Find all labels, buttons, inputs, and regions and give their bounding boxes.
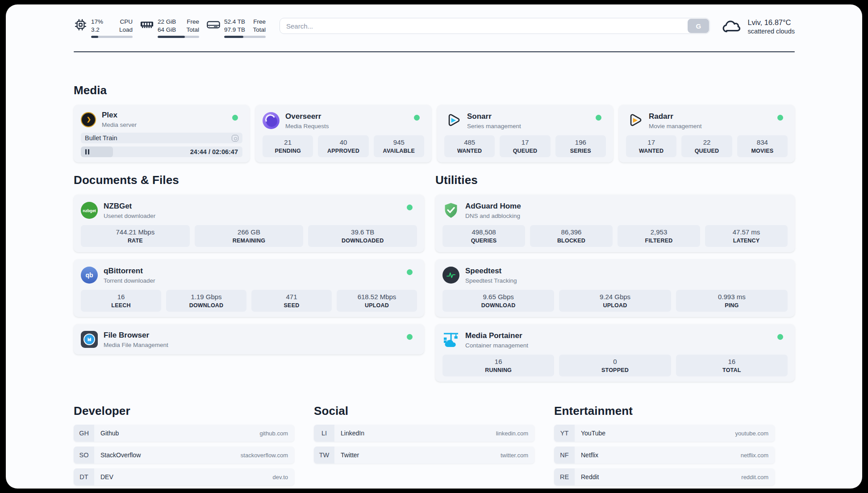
now-playing-title: Bullet Train: [85, 134, 232, 142]
section-title-utilities: Utilities: [435, 172, 795, 188]
playback-progress: 24:44 / 02:06:47: [81, 146, 242, 157]
bookmark-abbr: TW: [314, 447, 334, 464]
qbittorrent-icon-text: qb: [85, 272, 93, 279]
overseerr-icon: [263, 112, 280, 129]
stat-label: QUERIES: [444, 237, 523, 244]
stat-box: 266 GB REMAINING: [195, 225, 304, 247]
stat-value: 9.65 Gbps: [444, 292, 552, 301]
stat-box: 744.21 Mbps RATE: [81, 225, 190, 247]
stat-label: LEECH: [83, 302, 159, 309]
card-filebrowser[interactable]: File Browser Media File Management: [74, 324, 424, 355]
stat-label: PING: [678, 302, 786, 309]
dashboard-panel: 17% 3.2 CPU Load: [6, 4, 862, 489]
pause-button[interactable]: [85, 149, 89, 155]
bookmark-row-twitter[interactable]: TW Twitter twitter.com: [314, 447, 534, 464]
stat-value: 2,953: [619, 228, 698, 236]
qbittorrent-icon: qb: [81, 267, 98, 284]
service-subtitle: Torrent downloader: [104, 277, 155, 284]
stat-label: SERIES: [557, 147, 604, 155]
card-portainer[interactable]: Media Portainer Container management 16 …: [435, 324, 795, 382]
stat-box: 16 LEECH: [81, 290, 161, 312]
card-radarr[interactable]: Radarr Movie management 17 WANTED 22 QUE…: [619, 105, 795, 163]
stat-label: RATE: [83, 237, 188, 244]
service-subtitle: Usenet downloader: [104, 212, 155, 220]
bookmark-group-developer: Developer GH Github github.com SO StackO…: [74, 403, 294, 485]
card-adguard[interactable]: AdGuard Home DNS and adblocking 498,508 …: [435, 195, 795, 252]
stat-box: 9.24 Gbps UPLOAD: [559, 290, 671, 312]
stat-label: TOTAL: [678, 367, 786, 374]
bookmark-name: DEV: [100, 473, 113, 480]
bookmark-row-stackoverflow[interactable]: SO StackOverflow stackoverflow.com: [74, 447, 294, 464]
stat-label: PENDING: [264, 147, 311, 155]
documents-column: Documents & Files nzbget NZBGet Usenet d…: [74, 172, 424, 382]
card-plex[interactable]: Plex Media server Bullet Train 24:44 / 0…: [74, 105, 250, 163]
bookmark-name: Netflix: [581, 451, 598, 459]
stat-box: 196 SERIES: [555, 135, 606, 157]
bookmark-abbr: LI: [314, 425, 334, 442]
stat-value: 266 GB: [196, 228, 302, 236]
topbar: 17% 3.2 CPU Load: [74, 4, 795, 38]
stat-box: 9.65 Gbps DOWNLOAD: [442, 290, 554, 312]
filebrowser-icon: [81, 331, 98, 348]
bookmark-abbr: GH: [74, 425, 94, 442]
card-qbittorrent[interactable]: qb qBittorrent Torrent downloader 16 LEE…: [74, 259, 424, 317]
status-dot: [414, 115, 420, 121]
nzbget-icon-text: nzbget: [83, 208, 96, 213]
bookmark-row-youtube[interactable]: YT YouTube youtube.com: [554, 425, 775, 442]
section-title-entertainment: Entertainment: [554, 403, 775, 418]
stat-value: 16: [678, 357, 786, 366]
stat-label: MOVIES: [739, 147, 786, 155]
bookmark-name: StackOverflow: [100, 451, 141, 459]
stat-box: 0 STOPPED: [559, 355, 671, 376]
service-subtitle: Media Requests: [285, 122, 329, 130]
bookmark-row-netflix[interactable]: NF Netflix netflix.com: [554, 447, 775, 464]
service-name: Speedtest: [465, 266, 517, 276]
section-title-social: Social: [314, 403, 534, 418]
disk-free: 52.4 TB: [224, 18, 245, 26]
stat-label: REMAINING: [196, 237, 302, 244]
stat-label: UPLOAD: [561, 302, 669, 309]
service-subtitle: DNS and adblocking: [465, 212, 521, 220]
search-input[interactable]: [280, 18, 710, 34]
stat-value: 40: [320, 138, 367, 146]
bookmark-row-dev[interactable]: DT DEV dev.to: [74, 468, 294, 485]
bookmark-group-entertainment: Entertainment YT YouTube youtube.com NF …: [554, 403, 775, 485]
bookmark-abbr: YT: [554, 425, 575, 442]
stat-value: 485: [446, 138, 493, 146]
cpu-usage-bar: [91, 36, 133, 38]
bookmark-name: Reddit: [581, 473, 599, 480]
status-dot: [407, 269, 413, 275]
bookmark-row-reddit[interactable]: RE Reddit reddit.com: [554, 468, 775, 485]
stat-label: SEED: [253, 302, 330, 309]
disk-label-bottom: Total: [253, 26, 266, 34]
cpu-label-bottom: Load: [119, 26, 133, 34]
now-playing-pill: Bullet Train: [81, 133, 242, 143]
card-nzbget[interactable]: nzbget NZBGet Usenet downloader 744.21 M…: [74, 195, 424, 252]
bookmark-row-linkedin[interactable]: LI LinkedIn linkedin.com: [314, 425, 534, 442]
cpu-chip-icon: [74, 18, 87, 31]
stat-value: 498,508: [444, 228, 523, 236]
stat-label: UPLOAD: [338, 302, 415, 309]
stat-label: QUEUED: [501, 147, 548, 155]
stat-value: 744.21 Mbps: [83, 228, 188, 236]
card-sonarr[interactable]: Sonarr Series management 485 WANTED 17 Q…: [437, 105, 613, 163]
search-engine-button[interactable]: G: [688, 19, 709, 33]
disk-total: 97.9 TB: [224, 26, 245, 34]
service-name: NZBGet: [104, 201, 155, 211]
weather-location-temp: Lviv, 16.87°C: [747, 18, 795, 27]
service-name: qBittorrent: [104, 266, 155, 276]
card-speedtest[interactable]: Speedtest Speedtest Tracking 9.65 Gbps D…: [435, 259, 795, 317]
memory-widget: 22 GiB 64 GiB Free Total: [140, 18, 199, 38]
stat-box: 40 APPROVED: [318, 135, 368, 157]
stat-value: 618.52 Mbps: [338, 292, 415, 301]
speedtest-icon: [442, 267, 459, 284]
stat-value: 471: [253, 292, 330, 301]
stat-label: QUEUED: [683, 147, 730, 155]
memory-usage-bar: [158, 36, 199, 38]
cpu-percent: 17%: [91, 18, 103, 26]
bookmark-row-github[interactable]: GH Github github.com: [74, 425, 294, 442]
card-overseerr[interactable]: Overseerr Media Requests 21 PENDING 40 A…: [255, 105, 431, 163]
memory-total: 64 GiB: [158, 26, 176, 34]
stat-value: 17: [628, 138, 675, 146]
stat-box: 618.52 Mbps UPLOAD: [337, 290, 417, 312]
